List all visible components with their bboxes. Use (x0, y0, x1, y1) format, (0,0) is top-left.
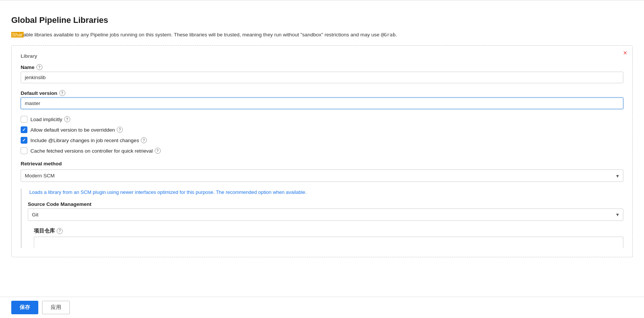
checkbox-load-implicitly[interactable] (21, 116, 27, 123)
source-code-field-group: Source Code Management Git Subversion ▾ (28, 201, 623, 221)
load-implicitly-help-icon[interactable]: ? (64, 116, 70, 122)
checkbox-allow-override[interactable] (21, 126, 27, 133)
source-code-label: Source Code Management (28, 201, 623, 207)
retrieval-label: Retrieval method (21, 161, 623, 166)
page-description: Sharable libraries available to any Pipe… (11, 31, 633, 39)
scm-select-wrapper: Git Subversion ▾ (28, 208, 623, 221)
name-input[interactable] (21, 72, 623, 83)
allow-override-help-icon[interactable]: ? (117, 127, 123, 133)
highlight-text: Shar (11, 32, 24, 38)
top-divider (0, 0, 644, 0)
checkbox-include-library[interactable] (21, 137, 27, 144)
scm-description: Loads a library from an SCM plugin using… (28, 189, 623, 196)
page-title: Global Pipeline Libraries (11, 15, 633, 25)
checkbox-label-load-implicitly: Load implicitly? (30, 116, 70, 122)
checkbox-label-allow-override: Allow default version to be overridden? (30, 127, 123, 133)
repo-help-icon[interactable]: ? (57, 228, 63, 234)
checkbox-label-cache-versions: Cache fetched versions on controller for… (30, 148, 161, 154)
checkbox-label-include-library: Include @Library changes in job recent c… (30, 137, 147, 143)
scm-select[interactable]: Git Subversion (28, 208, 623, 221)
scm-section: Loads a library from an SCM plugin using… (21, 189, 623, 248)
library-section-label: Library (21, 53, 623, 59)
name-field-group: Name ? (21, 64, 623, 83)
repo-section: 项目仓库 ? (28, 228, 623, 248)
default-version-help-icon[interactable]: ? (59, 90, 65, 96)
default-version-input[interactable] (21, 98, 623, 109)
retrieval-select-wrapper: Modern SCM Legacy SCM ▾ (21, 170, 623, 182)
default-version-label: Default version ? (21, 90, 623, 96)
include-library-help-icon[interactable]: ? (141, 137, 147, 143)
repo-input[interactable] (34, 237, 623, 248)
repo-input-wrapper (34, 237, 623, 248)
repo-label: 项目仓库 ? (34, 228, 623, 234)
checkbox-row-load-implicitly: Load implicitly? (21, 116, 623, 123)
description-end: . (396, 32, 397, 38)
retrieval-select[interactable]: Modern SCM Legacy SCM (21, 170, 623, 182)
name-help-icon[interactable]: ? (36, 64, 42, 70)
default-version-field-group: Default version ? (21, 90, 623, 109)
cache-versions-help-icon[interactable]: ? (155, 148, 161, 154)
checkbox-row-include-library: Include @Library changes in job recent c… (21, 137, 623, 144)
grab-code: @Grab (381, 32, 395, 38)
retrieval-field-group: Retrieval method Modern SCM Legacy SCM ▾ (21, 161, 623, 182)
page-container: Global Pipeline Libraries Sharable libra… (0, 8, 644, 287)
checkboxes-group: Load implicitly?Allow default version to… (21, 116, 623, 154)
checkbox-cache-versions[interactable] (21, 147, 27, 154)
checkbox-row-cache-versions: Cache fetched versions on controller for… (21, 147, 623, 154)
description-rest: able libraries available to any Pipeline… (24, 32, 381, 38)
library-container: × Library Name ? Default version ? Load … (11, 45, 633, 257)
checkbox-row-allow-override: Allow default version to be overridden? (21, 126, 623, 133)
name-label: Name ? (21, 64, 623, 70)
library-close-button[interactable]: × (623, 50, 627, 56)
